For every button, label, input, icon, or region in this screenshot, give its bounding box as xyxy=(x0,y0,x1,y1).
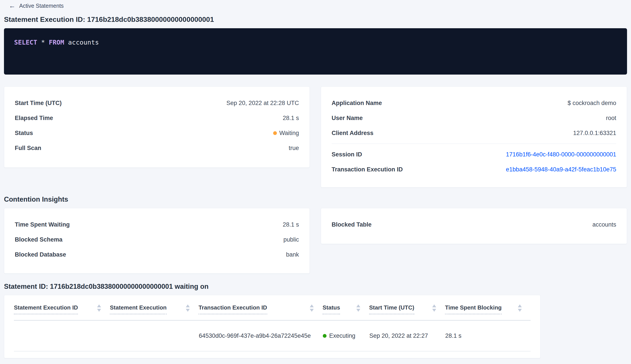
cell-transaction-execution-id: 64530d0c-969f-437e-a9b4-26a72245e45e xyxy=(198,320,322,351)
sort-up-icon xyxy=(518,304,522,307)
status-badge: Executing xyxy=(323,332,369,339)
session-id-label: Session ID xyxy=(332,151,362,158)
status-waiting-dot-icon xyxy=(273,131,277,135)
back-to-active-statements-link[interactable]: ← Active Statements xyxy=(4,2,627,10)
sort-icon[interactable] xyxy=(356,304,360,312)
contention-insights-heading: Contention Insights xyxy=(4,195,627,204)
statement-execution-id-header-label[interactable]: Statement Execution ID xyxy=(14,304,78,314)
sql-star: * xyxy=(41,38,45,46)
blocked-table-label: Blocked Table xyxy=(332,221,372,228)
cell-statement-execution xyxy=(110,320,198,351)
page-title: Statement Execution ID: 1716b218dc0b3838… xyxy=(4,15,627,24)
blocked-table-card: Blocked Table accounts xyxy=(321,208,627,244)
blocked-database-label: Blocked Database xyxy=(15,251,66,258)
waiting-on-table: Statement Execution ID Statement Executi… xyxy=(14,295,530,352)
elapsed-time-row: Elapsed Time 28.1 s xyxy=(4,110,310,126)
column-header-time-spent-blocking: Time Spent Blocking xyxy=(445,295,530,320)
transaction-execution-id-label: Transaction Execution ID xyxy=(332,166,403,173)
row-status-value: Executing xyxy=(329,332,356,339)
transaction-execution-id-header-label[interactable]: Transaction Execution ID xyxy=(198,304,267,314)
session-id-link[interactable]: 1716b1f6-4e0c-f480-0000-000000000001 xyxy=(506,151,616,158)
start-time-label: Start Time (UTC) xyxy=(15,100,62,106)
blocked-database-row: Blocked Database bank xyxy=(4,247,310,262)
sort-up-icon xyxy=(97,304,101,307)
client-address-row: Client Address 127.0.0.1:63321 xyxy=(321,126,627,140)
page: { "colors": { "page_background": "#f4f6f… xyxy=(0,0,631,364)
statement-execution-header-label[interactable]: Statement Execution xyxy=(110,304,166,314)
sort-down-icon xyxy=(97,309,101,312)
summary-cards-row: Start Time (UTC) Sep 20, 2022 at 22:28 U… xyxy=(4,86,627,188)
column-header-start-time: Start Time (UTC) xyxy=(369,295,445,320)
sort-down-icon xyxy=(186,309,190,312)
user-name-value: root xyxy=(606,115,616,122)
execution-summary-card: Start Time (UTC) Sep 20, 2022 at 22:28 U… xyxy=(4,86,310,168)
cell-statement-execution-id xyxy=(14,320,110,351)
client-address-value: 127.0.0.1:63321 xyxy=(573,130,616,136)
blocked-schema-value: public xyxy=(283,236,299,243)
table-row: 64530d0c-969f-437e-a9b4-26a72245e45e Exe… xyxy=(14,320,530,351)
time-spent-waiting-value: 28.1 s xyxy=(283,221,299,228)
blocked-table-row: Blocked Table accounts xyxy=(321,217,627,232)
session-id-row: Session ID 1716b1f6-4e0c-f480-0000-00000… xyxy=(321,147,627,162)
time-spent-blocking-header-label[interactable]: Time Spent Blocking xyxy=(445,304,502,314)
status-label: Status xyxy=(15,130,33,136)
sort-down-icon xyxy=(518,309,522,312)
column-header-status: Status xyxy=(322,295,369,320)
start-time-value: Sep 20, 2022 at 22:28 UTC xyxy=(226,100,299,106)
start-time-header-label[interactable]: Start Time (UTC) xyxy=(369,304,414,314)
sql-keyword-select: SELECT xyxy=(14,38,37,46)
cell-start-time: Sep 20, 2022 at 22:27 xyxy=(369,320,445,351)
session-card-divider xyxy=(332,144,616,144)
status-badge: Waiting xyxy=(273,130,299,136)
user-name-label: User Name xyxy=(332,115,363,122)
sort-icon[interactable] xyxy=(97,304,101,312)
sql-keyword-from: FROM xyxy=(49,38,64,46)
status-row: Status Waiting xyxy=(4,126,310,140)
full-scan-value: true xyxy=(288,145,299,152)
cell-status: Executing xyxy=(322,320,369,351)
blocked-table-value: accounts xyxy=(592,221,616,228)
sort-icon[interactable] xyxy=(432,304,436,312)
column-header-statement-execution: Statement Execution xyxy=(110,295,198,320)
application-name-row: Application Name $ cockroach demo xyxy=(321,96,627,110)
waiting-on-heading: Statement ID: 1716b218dc0b38380000000000… xyxy=(4,282,627,291)
status-executing-dot-icon xyxy=(323,334,326,338)
sort-down-icon xyxy=(356,309,360,312)
cell-time-spent-blocking: 28.1 s xyxy=(445,320,530,351)
contention-details-card: Time Spent Waiting 28.1 s Blocked Schema… xyxy=(4,208,310,274)
time-spent-waiting-row: Time Spent Waiting 28.1 s xyxy=(4,217,310,232)
sort-up-icon xyxy=(310,304,314,307)
sort-icon[interactable] xyxy=(186,304,190,312)
statement-execution-page: ← Active Statements Statement Execution … xyxy=(0,0,631,358)
sort-up-icon xyxy=(186,304,190,307)
column-header-statement-execution-id: Statement Execution ID xyxy=(14,295,110,320)
sort-icon[interactable] xyxy=(310,304,314,312)
status-value: Waiting xyxy=(279,130,299,136)
sort-icon[interactable] xyxy=(518,304,522,312)
sort-up-icon xyxy=(432,304,436,307)
column-header-transaction-execution-id: Transaction Execution ID xyxy=(198,295,322,320)
sort-up-icon xyxy=(356,304,360,307)
application-name-value: $ cockroach demo xyxy=(568,100,616,106)
user-name-row: User Name root xyxy=(321,110,627,126)
waiting-on-table-card: Statement Execution ID Statement Executi… xyxy=(4,295,540,358)
blocked-schema-label: Blocked Schema xyxy=(15,236,62,243)
full-scan-row: Full Scan true xyxy=(4,140,310,156)
full-scan-label: Full Scan xyxy=(15,145,41,152)
blocked-database-value: bank xyxy=(286,251,299,258)
client-address-label: Client Address xyxy=(332,130,374,136)
status-header-label[interactable]: Status xyxy=(322,304,340,314)
elapsed-time-value: 28.1 s xyxy=(283,115,299,122)
contention-cards-row: Time Spent Waiting 28.1 s Blocked Schema… xyxy=(4,208,627,274)
elapsed-time-label: Elapsed Time xyxy=(15,115,53,122)
transaction-execution-id-link[interactable]: e1bba458-5948-40a9-a42f-5feac1b10e75 xyxy=(506,166,616,173)
waiting-on-table-header: Statement Execution ID Statement Executi… xyxy=(14,295,530,320)
back-arrow-icon: ← xyxy=(9,2,16,9)
application-name-label: Application Name xyxy=(332,100,382,106)
transaction-execution-id-row: Transaction Execution ID e1bba458-5948-4… xyxy=(321,162,627,177)
breadcrumb-label: Active Statements xyxy=(19,3,64,9)
start-time-row: Start Time (UTC) Sep 20, 2022 at 22:28 U… xyxy=(4,96,310,110)
sql-statement-text: SELECT * FROM accounts xyxy=(14,38,617,47)
sort-down-icon xyxy=(310,309,314,312)
time-spent-waiting-label: Time Spent Waiting xyxy=(15,221,70,228)
